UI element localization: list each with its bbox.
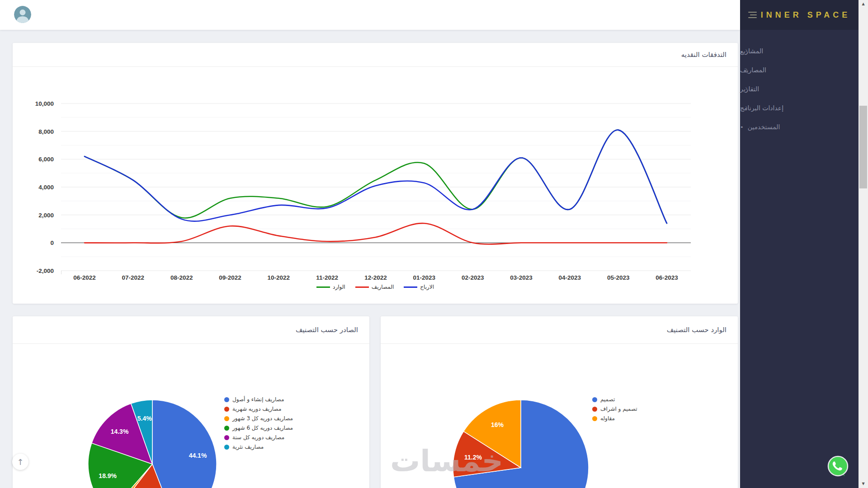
sidebar-item-settings[interactable]: إعدادات البرنامج‹: [740, 99, 859, 117]
sidebar-item-projects[interactable]: المشاريع‹: [740, 42, 859, 61]
y-axis-tick-label: 6,000: [38, 156, 54, 163]
whatsapp-button[interactable]: [827, 455, 849, 477]
legend-item[interactable]: مصاريف نثرية: [224, 444, 293, 450]
scrollbar-up-arrow[interactable]: ▲: [859, 1, 868, 7]
pie-percent-label: 16%: [491, 421, 504, 428]
outgoing-pie-card: الصادر حسب التصنيف 44.1%18.9%14.3%5.4% م…: [13, 316, 369, 488]
pie-percent-label: 14.3%: [111, 428, 129, 435]
legend-label: مصاريف دوريه كل 6 شهور: [232, 425, 293, 431]
sidebar-item-reports[interactable]: التقارير‹: [740, 80, 859, 99]
legend-label: تصميم و اشراف: [600, 406, 637, 412]
legend-label: الارباح: [420, 284, 434, 290]
pie-slice[interactable]: [152, 400, 217, 488]
incoming-pie-legend: تصميمتصميم و اشرافمقاوله: [592, 397, 637, 421]
legend-label: مصاريف دوريه كل 3 شهور: [232, 415, 293, 422]
legend-dot: [224, 416, 229, 421]
sidebar-item-label: المستخدمين: [748, 123, 780, 131]
legend-item[interactable]: مصاريف دوريه شهرية: [224, 406, 293, 412]
cashflow-line-chart: -2,00002,0004,0006,0008,00010,00006-2022…: [13, 67, 738, 304]
legend-dot: [224, 426, 229, 431]
sidebar-item-label: المشاريع: [740, 47, 763, 55]
legend-dot: [224, 407, 229, 412]
sidebar-item-expenses[interactable]: المصاريف‹: [740, 61, 859, 80]
scrollbar-thumb[interactable]: [859, 106, 867, 188]
legend-label: المصاريف: [372, 284, 394, 290]
bullet-icon: •: [740, 124, 744, 130]
user-avatar-icon: [14, 6, 31, 23]
pie-percent-label: 44.1%: [189, 452, 207, 459]
legend-dot: [592, 407, 597, 412]
pie-percent-label: 18.9%: [99, 472, 117, 479]
legend-label: مصاريف إنشاء و أصول: [232, 396, 284, 403]
x-axis-tick-label: 07-2022: [122, 274, 145, 281]
legend-item[interactable]: تصميم: [592, 397, 637, 402]
legend-item[interactable]: مقاوله: [592, 416, 637, 421]
x-axis-tick-label: 02-2023: [462, 274, 484, 281]
chevron-left-icon: ‹: [745, 103, 748, 112]
y-axis-tick-label: 10,000: [35, 100, 54, 107]
legend-label: مقاوله: [600, 415, 615, 422]
pie-percent-label: 11.2%: [464, 454, 482, 461]
legend-dot: [224, 435, 229, 440]
x-axis-tick-label: 08-2022: [170, 274, 193, 281]
cashflow-card: التدفقات النقديه -2,00002,0004,0006,0008…: [13, 43, 738, 304]
up-arrow-icon: ↑: [17, 457, 24, 467]
legend-swatch: [316, 286, 330, 288]
outgoing-pie-chart: 44.1%18.9%14.3%5.4%: [85, 396, 220, 488]
topbar: [0, 0, 740, 30]
x-axis-tick-label: 05-2023: [607, 274, 630, 281]
legend-dot: [592, 416, 597, 421]
legend-item[interactable]: مصاريف دوريه كل 6 شهور: [224, 425, 293, 431]
legend-item[interactable]: مصاريف إنشاء و أصول: [224, 397, 293, 402]
user-avatar[interactable]: [14, 6, 31, 23]
legend-item[interactable]: المصاريف: [355, 284, 394, 290]
x-axis-tick-label: 03-2023: [510, 274, 533, 281]
incoming-pie-card: الوارد حسب التصنيف 11.2%16% تصميمتصميم و…: [381, 316, 738, 488]
x-axis-tick-label: 06-2023: [656, 274, 678, 281]
scroll-to-top-button[interactable]: ↑: [12, 454, 28, 470]
outgoing-card-title: الصادر حسب التصنيف: [13, 316, 369, 344]
line-series: [85, 223, 667, 244]
sidebar-menu: المشاريع‹المصاريف‹التقارير‹إعدادات البرن…: [740, 30, 859, 136]
x-axis-tick-label: 11-2022: [316, 274, 338, 281]
sidebar: INNER SPACE المشاريع‹المصاريف‹التقارير‹إ…: [740, 0, 859, 488]
legend-dot: [224, 397, 229, 402]
scrollbar: ▲ ▼: [859, 0, 868, 488]
x-axis-tick-label: 12-2022: [364, 274, 387, 281]
line-series: [85, 130, 667, 223]
legend-dot: [592, 397, 597, 402]
x-axis-tick-label: 01-2023: [413, 274, 436, 281]
line-series: [85, 130, 667, 223]
chevron-left-icon: ‹: [745, 84, 748, 93]
incoming-card-title: الوارد حسب التصنيف: [381, 316, 738, 344]
chevron-left-icon: ‹: [745, 47, 748, 55]
legend-swatch: [404, 286, 417, 288]
whatsapp-icon: [827, 455, 849, 477]
y-axis-tick-label: 2,000: [38, 212, 54, 219]
legend-item[interactable]: الارباح: [404, 284, 434, 290]
sidebar-item-label: التقارير: [740, 85, 759, 93]
menu-toggle-icon[interactable]: [748, 12, 757, 18]
legend-label: مصاريف دوريه كل سنة: [232, 434, 284, 441]
legend-item[interactable]: مصاريف دوريه كل سنة: [224, 435, 293, 440]
cashflow-card-title: التدفقات النقديه: [13, 43, 738, 67]
app-logo: INNER SPACE: [761, 10, 851, 20]
y-axis-tick-label: -2,000: [37, 267, 54, 274]
cashflow-legend: الواردالمصاريفالارباح: [13, 283, 738, 291]
legend-swatch: [355, 286, 369, 288]
legend-item[interactable]: تصميم و اشراف: [592, 406, 637, 412]
y-axis-tick-label: 8,000: [38, 128, 54, 135]
y-axis-tick-label: 0: [50, 239, 54, 246]
incoming-pie-chart: 11.2%16%: [448, 395, 593, 488]
chevron-left-icon: ‹: [745, 66, 748, 74]
y-axis-tick-label: 4,000: [38, 184, 54, 191]
legend-item[interactable]: الوارد: [316, 284, 345, 290]
pie-percent-label: 5.4%: [137, 415, 152, 422]
legend-item[interactable]: مصاريف دوريه كل 3 شهور: [224, 416, 293, 421]
legend-label: مصاريف دوريه شهرية: [232, 406, 281, 412]
sidebar-item-label: المصاريف: [740, 66, 766, 74]
scrollbar-down-arrow[interactable]: ▼: [859, 481, 868, 487]
x-axis-tick-label: 10-2022: [268, 274, 290, 281]
sidebar-item-users[interactable]: المستخدمين•: [740, 117, 859, 136]
outgoing-pie-legend: مصاريف إنشاء و أصولمصاريف دوريه شهريةمصا…: [224, 397, 293, 450]
